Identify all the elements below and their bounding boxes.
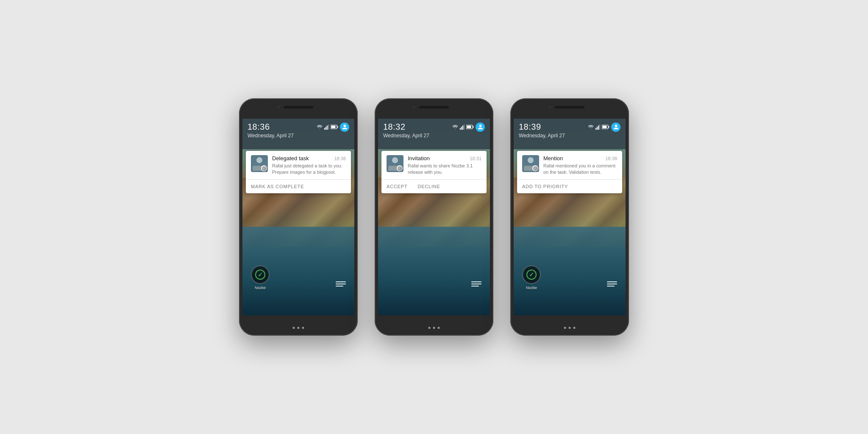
signal-icon-1	[324, 125, 329, 130]
phone-front-camera	[277, 106, 280, 108]
notif-time-3: 18:38	[605, 156, 617, 161]
status-bar-3: 18:39	[514, 119, 626, 149]
decline-btn[interactable]: DECLINE	[417, 183, 440, 190]
bottom-dot-9	[573, 327, 576, 329]
menu-line-2	[336, 284, 346, 284]
notif-title-1: Delegated task	[272, 155, 309, 161]
notif-badge-inner-3: ✓	[533, 166, 538, 171]
svg-rect-6	[467, 126, 471, 128]
notif-title-row-2: Invitation 18:31	[408, 155, 481, 161]
notif-title-2: Invitation	[408, 155, 430, 161]
notif-badge-inner-1: ✓	[262, 166, 267, 171]
notif-title-row-3: Mention 18:38	[543, 155, 617, 161]
phone-2: 18:32	[375, 98, 493, 336]
time-1: 18:36	[248, 122, 270, 132]
menu-line-1	[336, 281, 346, 282]
notif-badge-1: ✓	[261, 165, 267, 171]
notif-actions-3: ADD TO PRIORITY	[517, 180, 622, 193]
phone-3-screen: 18:39	[514, 119, 626, 315]
nozbe-icon-3[interactable]: Nozbe	[522, 265, 541, 290]
phone-1-screen: 18:36	[242, 119, 354, 315]
notification-card-1[interactable]: ✓ Delegated task 18:36 Rafał just delega…	[246, 151, 351, 193]
svg-rect-1	[337, 126, 338, 128]
menu-icon-3[interactable]	[607, 281, 617, 287]
notif-badge-3: ✓	[532, 165, 538, 171]
date-3: Wednesday, April 27	[519, 133, 620, 139]
nozbe-check-icon-1	[255, 270, 265, 280]
mark-complete-btn[interactable]: MARK AS COMPLETE	[251, 183, 304, 190]
bottom-dot-5	[433, 327, 435, 329]
svg-point-7	[479, 125, 481, 127]
phone-2-front-camera	[413, 106, 415, 108]
user-avatar-2	[476, 122, 485, 132]
phone-3-bottom-dots	[564, 327, 576, 329]
status-icons-3	[588, 122, 620, 132]
bottom-dot-2	[298, 327, 300, 329]
notification-card-2[interactable]: ✓ Invitation 18:31 Rafał wants to share …	[381, 151, 487, 193]
date-1: Wednesday, April 27	[248, 133, 349, 139]
battery-icon-1	[331, 125, 338, 129]
notif-time-1: 18:36	[334, 156, 346, 161]
notif-body-2: Rafał wants to share Nozbe 3.1 release w…	[408, 163, 481, 176]
signal-icon-2	[460, 125, 465, 130]
notif-actions-1: MARK AS COMPLETE	[246, 180, 351, 193]
svg-rect-10	[603, 126, 607, 128]
signal-icon-3	[595, 125, 600, 130]
wifi-icon-1	[317, 125, 323, 129]
time-3: 18:39	[519, 122, 541, 132]
user-avatar-3	[611, 122, 620, 132]
notif-actions-2: ACCEPT DECLINE	[381, 180, 487, 193]
menu-icon-2[interactable]	[471, 281, 481, 287]
phone-1-bottom-dots	[293, 327, 304, 329]
menu-line-7	[607, 281, 617, 282]
svg-rect-5	[473, 126, 474, 128]
phone-3-front-camera	[548, 106, 551, 108]
notif-time-2: 18:31	[470, 156, 481, 161]
menu-line-4	[471, 281, 481, 282]
notif-badge-2: ✓	[397, 165, 403, 171]
notif-content-2: Invitation 18:31 Rafał wants to share No…	[408, 155, 481, 176]
bottom-dot-7	[564, 327, 566, 329]
notif-content-3: Mention 18:38 Rafał mentioned you in a c…	[543, 155, 617, 176]
nozbe-icon-circle-1	[251, 265, 270, 284]
battery-icon-2	[466, 125, 474, 129]
notif-avatar-3: ✓	[522, 155, 539, 172]
nozbe-label-1: Nozbe	[255, 286, 266, 290]
bottom-dot-8	[569, 327, 571, 329]
bottom-dot-6	[438, 327, 440, 329]
notif-avatar-2: ✓	[387, 155, 403, 172]
status-bar-2: 18:32	[378, 119, 490, 149]
menu-line-8	[607, 284, 617, 284]
nozbe-check-icon-3	[526, 270, 537, 280]
nozbe-icon-1[interactable]: Nozbe	[251, 265, 270, 290]
bottom-dot-1	[293, 327, 295, 329]
notif-body-3: Rafał mentioned you in a comment on the …	[543, 163, 617, 176]
menu-icon-1[interactable]	[336, 281, 346, 287]
svg-point-3	[343, 125, 346, 127]
menu-line-5	[471, 284, 481, 284]
add-priority-btn[interactable]: ADD TO PRIORITY	[522, 183, 568, 190]
phone-1: 18:36	[239, 98, 358, 336]
notif-title-3: Mention	[543, 155, 563, 161]
notif-avatar-1: ✓	[251, 155, 268, 172]
notif-header-3: ✓ Mention 18:38 Rafał mentioned you in a…	[517, 151, 622, 180]
svg-rect-9	[609, 126, 609, 128]
phone-3: 18:39	[510, 98, 629, 336]
menu-line-9	[607, 286, 615, 287]
battery-icon-3	[602, 125, 609, 129]
phone-2-screen: 18:32	[378, 119, 490, 315]
menu-line-3	[336, 286, 343, 287]
svg-rect-2	[331, 126, 336, 128]
time-2: 18:32	[383, 122, 406, 132]
status-bar-1: 18:36	[242, 119, 354, 149]
status-icons-1	[317, 122, 349, 132]
notif-header-1: ✓ Delegated task 18:36 Rafał just delega…	[246, 151, 351, 180]
notification-card-3[interactable]: ✓ Mention 18:38 Rafał mentioned you in a…	[517, 151, 622, 193]
date-2: Wednesday, April 27	[383, 133, 485, 139]
phone-2-bottom-dots	[428, 327, 440, 329]
phones-container: 18:36	[239, 98, 629, 336]
nozbe-icon-circle-3	[522, 265, 541, 284]
notif-body-1: Rafał just delegated a task to you: Prep…	[272, 163, 346, 176]
bottom-dot-4	[428, 327, 431, 329]
accept-btn[interactable]: ACCEPT	[387, 183, 407, 190]
